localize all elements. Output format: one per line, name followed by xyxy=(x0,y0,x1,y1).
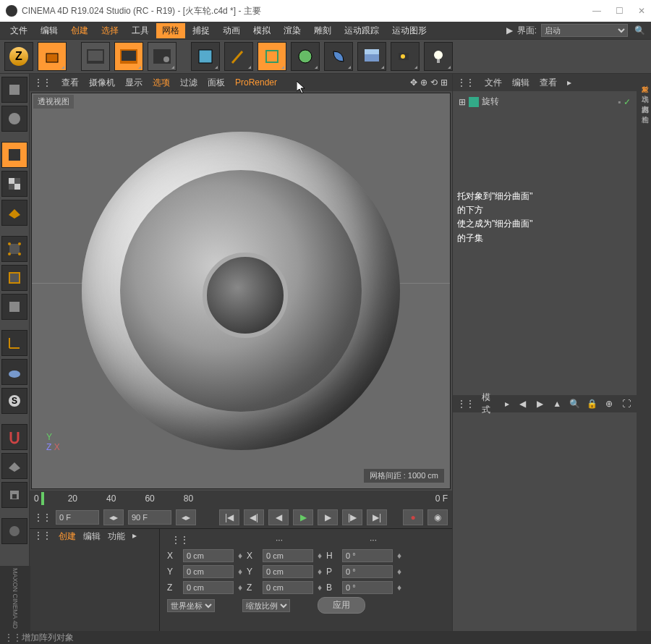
side-tab-browser[interactable]: 内容浏览 xyxy=(638,97,650,103)
menu-snap[interactable]: 捕捉 xyxy=(187,23,216,38)
size-y-input[interactable] xyxy=(263,565,313,578)
node-label[interactable]: 旋转 xyxy=(482,96,499,108)
grip-icon[interactable]: ⋮⋮ xyxy=(34,77,51,88)
scale-mode-select[interactable]: 缩放比例 xyxy=(242,599,290,612)
magnet-icon[interactable] xyxy=(1,424,27,450)
search-icon[interactable]: 🔍 xyxy=(632,25,647,35)
menu-render[interactable]: 渲染 xyxy=(278,23,307,38)
tree-node-lathe[interactable]: ⊞ 旋转 ▪ ✓ xyxy=(457,94,632,109)
go-start-button[interactable]: |◀ xyxy=(219,509,239,525)
undo-icon[interactable]: Z xyxy=(4,42,33,71)
attr-tab-function[interactable]: 功能 xyxy=(108,530,125,543)
chevron-right-icon[interactable]: ▸ xyxy=(132,530,137,543)
spin-icon[interactable]: ◂▸ xyxy=(176,509,196,525)
vp-move-icon[interactable]: ✥ xyxy=(410,77,417,88)
symmetry-lock-icon[interactable] xyxy=(1,482,27,508)
menu-simulate[interactable]: 模拟 xyxy=(247,23,276,38)
menu-sculpt[interactable]: 雕刻 xyxy=(308,23,337,38)
viewport[interactable]: 透视视图 Y Z X 网格间距 : 1000 cm xyxy=(31,93,451,489)
pos-y-input[interactable] xyxy=(183,565,234,578)
timeline-playhead[interactable] xyxy=(41,492,44,505)
minimize-button[interactable]: — xyxy=(592,6,601,16)
soft-select-icon[interactable] xyxy=(1,359,27,385)
layout-dropdown[interactable]: 启动 xyxy=(541,24,628,37)
misc-tool-icon[interactable] xyxy=(1,518,27,544)
visibility-dot-icon[interactable]: ▪ xyxy=(618,97,621,107)
size-x-input[interactable] xyxy=(263,549,313,562)
vp-rotate-icon[interactable]: ⟲ xyxy=(430,77,438,88)
prev-key-button[interactable]: ◀| xyxy=(244,509,264,525)
menu-edit[interactable]: 编辑 xyxy=(35,23,64,38)
menu-mesh[interactable]: 网格 xyxy=(156,23,185,38)
rot-b-input[interactable] xyxy=(342,581,393,594)
apply-button[interactable]: 应用 xyxy=(318,597,365,614)
lock-icon[interactable]: 🔒 xyxy=(586,399,597,409)
timeline[interactable]: 0 20 40 60 80 0 F xyxy=(30,491,452,507)
rot-p-input[interactable] xyxy=(342,565,393,578)
vp-options[interactable]: 选项 xyxy=(153,77,170,89)
next-frame-button[interactable]: ▶ xyxy=(318,509,338,525)
vp-panel[interactable]: 面板 xyxy=(208,77,225,89)
wheel-object[interactable] xyxy=(82,132,400,450)
next-key-button[interactable]: |▶ xyxy=(342,509,362,525)
menu-animate[interactable]: 动画 xyxy=(217,23,246,38)
polygon-mode-icon[interactable] xyxy=(1,294,27,320)
pen-spline-icon[interactable] xyxy=(224,42,253,71)
enable-check-icon[interactable]: ✓ xyxy=(624,97,631,107)
attr-tab-create[interactable]: 创建 xyxy=(59,530,76,543)
attr-tab-edit[interactable]: 编辑 xyxy=(83,530,101,543)
menu-motiontrack[interactable]: 运动跟踪 xyxy=(339,23,385,38)
grip-icon[interactable]: ⋮⋮ xyxy=(34,512,51,522)
side-tab-attr[interactable]: 属性 xyxy=(638,625,650,631)
object-mode-icon[interactable] xyxy=(1,142,27,168)
live-select-icon[interactable] xyxy=(38,42,67,71)
side-tab-structure[interactable]: 构造 xyxy=(638,107,650,113)
make-editable-icon[interactable] xyxy=(1,77,27,103)
size-z-input[interactable] xyxy=(263,581,313,594)
subdivision-surface-icon[interactable] xyxy=(258,42,286,71)
close-button[interactable]: ✕ xyxy=(638,6,645,16)
light-icon[interactable] xyxy=(424,42,453,71)
cube-primitive-icon[interactable] xyxy=(191,42,220,71)
play-button[interactable]: ▶ xyxy=(293,509,313,525)
forward-icon[interactable]: ▶ xyxy=(534,399,545,409)
record-button[interactable]: ● xyxy=(403,509,423,525)
vp-display[interactable]: 显示 xyxy=(125,77,142,89)
menu-select[interactable]: 选择 xyxy=(95,23,124,38)
vp-prorender[interactable]: ProRender xyxy=(235,77,277,88)
generator-icon[interactable] xyxy=(291,42,320,71)
pos-x-input[interactable] xyxy=(183,549,234,562)
attr-mode[interactable]: 模式 xyxy=(482,391,498,416)
chevron-right-icon[interactable]: ▸ xyxy=(505,399,509,409)
back-icon[interactable]: ◀ xyxy=(516,399,528,409)
maximize-button[interactable]: ☐ xyxy=(616,6,624,16)
grip-icon[interactable]: ⋮⋮ xyxy=(34,530,51,543)
autokey-button[interactable]: ◉ xyxy=(427,509,448,525)
deformer-icon[interactable] xyxy=(324,42,353,71)
rot-h-input[interactable] xyxy=(342,549,393,562)
locked-workplane-icon[interactable] xyxy=(1,453,27,479)
maximize-icon[interactable]: ⛶ xyxy=(621,399,632,409)
vp-view[interactable]: 查看 xyxy=(61,77,79,89)
menu-create[interactable]: 创建 xyxy=(65,23,94,38)
snap-icon[interactable]: S xyxy=(1,388,27,414)
axis-icon[interactable] xyxy=(1,330,27,356)
render-settings-icon[interactable] xyxy=(148,42,176,71)
end-frame-input[interactable] xyxy=(128,510,171,525)
spin-up-icon[interactable]: ◂▸ xyxy=(103,509,124,525)
render-view-icon[interactable] xyxy=(81,42,110,71)
up-icon[interactable]: ▲ xyxy=(551,399,563,409)
texture-mode-icon[interactable] xyxy=(1,171,27,197)
expand-icon[interactable]: ⊞ xyxy=(459,97,466,107)
edge-mode-icon[interactable] xyxy=(1,265,27,291)
obj-tab-file[interactable]: 文件 xyxy=(485,77,502,89)
workplane-icon[interactable] xyxy=(1,200,27,226)
point-mode-icon[interactable] xyxy=(1,236,27,262)
vp-filter[interactable]: 过滤 xyxy=(180,77,197,89)
camera-icon[interactable] xyxy=(391,42,420,71)
vp-maximize-icon[interactable]: ⊞ xyxy=(441,77,448,88)
environment-icon[interactable] xyxy=(357,42,386,71)
obj-tab-view[interactable]: 查看 xyxy=(540,77,557,89)
menu-file[interactable]: 文件 xyxy=(4,23,33,38)
pos-z-input[interactable] xyxy=(183,581,234,594)
